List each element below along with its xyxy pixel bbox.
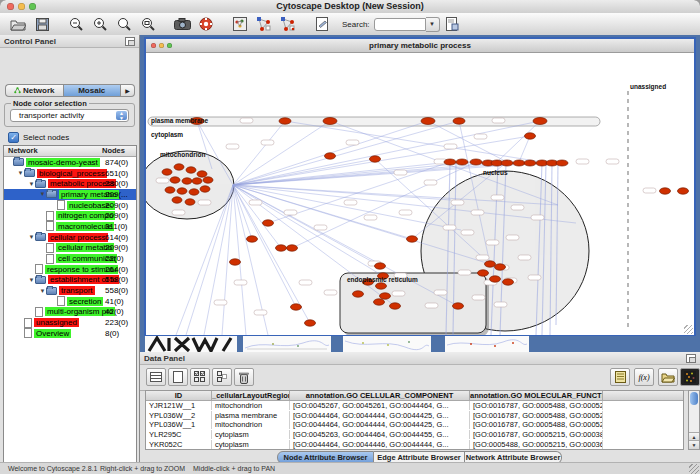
- annotation-icon[interactable]: [311, 15, 333, 33]
- import-network-icon[interactable]: [441, 15, 463, 33]
- tree-item-node-count: 209(0): [105, 201, 128, 210]
- help-lifering-icon[interactable]: [195, 15, 217, 33]
- tree-row[interactable]: cellular metabo209(0): [4, 243, 136, 254]
- table-scrollbar[interactable]: ▲ ▼: [688, 390, 700, 450]
- data-panel-title: Data Panel: [144, 354, 185, 363]
- table-cell: mitochondrion: [212, 420, 290, 429]
- minimize-view-button[interactable]: [159, 43, 164, 48]
- column-header[interactable]: annotation.GO MOLECULAR_FUNCTION: [470, 391, 603, 400]
- tree-row[interactable]: cell communicat22(0): [4, 253, 136, 264]
- node-label-pill: [249, 200, 262, 205]
- unselect-attributes-icon[interactable]: [212, 368, 232, 386]
- tree-row[interactable]: mosaic-demo-yeast874(0): [4, 157, 136, 168]
- import-attributes-icon[interactable]: [658, 368, 678, 386]
- column-header[interactable]: _cellularLayoutRegion: [212, 391, 290, 400]
- scrollbar-thumb[interactable]: [690, 392, 698, 405]
- zoom-out-icon[interactable]: [65, 15, 87, 33]
- tree-row[interactable]: ▼cellular process614(0): [4, 232, 136, 243]
- tree-row[interactable]: secretion41(0): [4, 296, 136, 307]
- tree-row[interactable]: unassigned223(0): [4, 317, 136, 328]
- table-row[interactable]: YPL036W__2plasma membrane[GO:0044464, GO…: [146, 411, 683, 421]
- select-nodes-checkbox[interactable]: ✓: [8, 132, 19, 143]
- expand-arrow-icon[interactable]: ▼: [28, 277, 35, 283]
- search-box: ▼: [374, 17, 440, 32]
- expand-arrow-icon[interactable]: ▼: [39, 288, 46, 294]
- tab-scroll-right-button[interactable]: ▶: [121, 84, 135, 97]
- tree-row[interactable]: Overview8(0): [4, 328, 136, 339]
- float-panel-icon[interactable]: [125, 37, 135, 46]
- tab-network[interactable]: Network: [5, 84, 63, 97]
- control-panel: Control Panel Network Mosaic ▶ Node colo…: [0, 35, 140, 462]
- float-panel-icon[interactable]: [686, 354, 696, 363]
- attribute-editor-icon[interactable]: [610, 368, 630, 386]
- expand-arrow-icon[interactable]: ▼: [39, 191, 46, 197]
- layout-undirected-icon[interactable]: [253, 15, 275, 33]
- zoom-in-icon[interactable]: [89, 15, 111, 33]
- tree-row[interactable]: ▼transport558(0): [4, 285, 136, 296]
- tab-mosaic[interactable]: Mosaic: [63, 84, 122, 97]
- zoom-fit-icon[interactable]: [137, 15, 159, 33]
- tree-row[interactable]: ▼establishment of lo558(0): [4, 275, 136, 286]
- open-session-icon[interactable]: [7, 15, 29, 33]
- node-label-pill: [576, 159, 589, 164]
- network-view-titlebar[interactable]: primary metabolic process: [146, 39, 694, 53]
- minimize-window-button[interactable]: [18, 3, 25, 10]
- select-attributes-icon[interactable]: [190, 368, 210, 386]
- main-toolbar: Search: ▼: [0, 13, 700, 36]
- select-all-icon[interactable]: [146, 368, 166, 386]
- tree-row[interactable]: multi-organism pro42(0): [4, 307, 136, 318]
- zoom-selected-icon[interactable]: [113, 15, 135, 33]
- layout-directed-icon[interactable]: [277, 15, 299, 33]
- search-dropdown-button[interactable]: ▼: [426, 17, 440, 32]
- view-resize-grip[interactable]: [684, 325, 693, 334]
- tree-row[interactable]: response to stimulu264(0): [4, 264, 136, 275]
- table-row[interactable]: YDR039C__1mitochondrion[GO:0044464, GO:0…: [146, 449, 683, 450]
- attribute-table[interactable]: ID_cellularLayoutRegionannotation.GO CEL…: [145, 390, 684, 450]
- table-cell: [GO:0045263, GO:0044464, GO:0044455, G..…: [290, 430, 470, 439]
- search-input[interactable]: [374, 18, 426, 31]
- node-label-pill: [299, 280, 312, 285]
- data-panel-toolbar: f(x): [140, 364, 700, 391]
- table-row[interactable]: YLR295Ccytoplasm[GO:0045263, GO:0044464,…: [146, 430, 683, 440]
- tree-row[interactable]: ▼biological_process651(0): [4, 168, 136, 179]
- tree-row[interactable]: nitrogen compo209(0): [4, 210, 136, 221]
- close-view-button[interactable]: [151, 43, 156, 48]
- tree-row[interactable]: ▼metabolic process280(0): [4, 178, 136, 189]
- zoom-window-button[interactable]: [29, 3, 36, 10]
- gene-node: [325, 153, 336, 159]
- tree-row[interactable]: nucleobase-209(0): [4, 200, 136, 211]
- node-label-pill: [458, 270, 471, 275]
- window-resize-grip[interactable]: [689, 464, 699, 474]
- gene-node: [323, 118, 337, 125]
- network-canvas[interactable]: plasma membranecytoplasmmitochondrionnuc…: [146, 53, 694, 335]
- tree-row[interactable]: ▼primary metabo209(...: [4, 189, 136, 200]
- node-color-combobox[interactable]: transporter activity ▲▼: [10, 109, 129, 122]
- function-builder-icon[interactable]: f(x): [634, 368, 654, 386]
- table-row[interactable]: YPL036W__1mitochondrion[GO:0044464, GO:0…: [146, 420, 683, 430]
- attribute-matrix-icon[interactable]: [680, 368, 700, 386]
- new-attribute-icon[interactable]: [168, 368, 188, 386]
- expand-arrow-icon[interactable]: ▼: [28, 181, 35, 187]
- expand-arrow-icon[interactable]: ▼: [17, 170, 24, 176]
- expand-arrow-icon[interactable]: ▼: [28, 234, 35, 240]
- vizmapper-icon[interactable]: [229, 15, 251, 33]
- folder-icon: [35, 180, 46, 188]
- save-session-icon[interactable]: [31, 15, 53, 33]
- table-cell: YJR121W__1: [146, 401, 212, 410]
- zoom-view-button[interactable]: [167, 43, 172, 48]
- tree-row[interactable]: macromolecule311(0): [4, 221, 136, 232]
- delete-attribute-icon[interactable]: [234, 368, 254, 386]
- tree-item-node-count: 223(0): [105, 318, 128, 327]
- network-tree-header: Network Nodes: [4, 146, 136, 157]
- table-row[interactable]: YJR121W__1mitochondrion[GO:0045267, GO:0…: [146, 401, 683, 411]
- scroll-down-button[interactable]: ▼: [689, 440, 699, 449]
- close-window-button[interactable]: [7, 3, 14, 10]
- column-header[interactable]: annotation.GO CELLULAR_COMPONENT: [290, 391, 470, 400]
- gene-node: [490, 276, 501, 282]
- column-header[interactable]: ID: [146, 391, 212, 400]
- snapshot-camera-icon[interactable]: [171, 15, 193, 33]
- table-row[interactable]: YKR052Ccytoplasm[GO:0044464, GO:0044446,…: [146, 439, 683, 449]
- gene-node: [291, 304, 302, 310]
- gene-node: [390, 303, 401, 309]
- gene-node: [370, 156, 381, 162]
